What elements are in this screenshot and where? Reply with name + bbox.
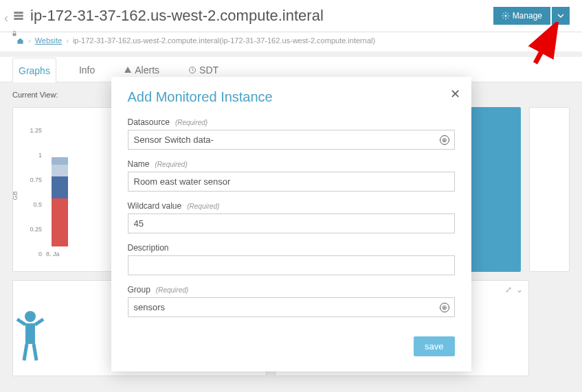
description-label: Description: [128, 243, 169, 253]
required-hint: (Required): [155, 161, 188, 168]
modal-close-button[interactable]: ✕: [450, 87, 460, 102]
modal-title: Add Monitored Instance: [128, 89, 455, 105]
description-input[interactable]: [128, 255, 455, 275]
wildcard-label: Wildcard value: [128, 201, 182, 211]
search-icon[interactable]: ⊕: [440, 135, 449, 145]
group-label: Group: [128, 285, 150, 295]
required-hint: (Required): [175, 119, 208, 126]
search-icon[interactable]: ⊕: [440, 303, 449, 312]
required-hint: (Required): [156, 286, 188, 294]
modal-overlay: Add Monitored Instance ✕ Datasource (Req…: [0, 0, 582, 392]
group-input[interactable]: [128, 297, 455, 317]
name-label: Name: [128, 159, 150, 169]
add-instance-modal: Add Monitored Instance ✕ Datasource (Req…: [111, 77, 471, 371]
name-input[interactable]: [128, 172, 455, 192]
save-button[interactable]: save: [414, 336, 454, 356]
datasource-label: Datasource: [128, 117, 170, 127]
datasource-input[interactable]: [128, 130, 455, 150]
required-hint: (Required): [187, 203, 219, 210]
wildcard-input[interactable]: [128, 214, 455, 233]
